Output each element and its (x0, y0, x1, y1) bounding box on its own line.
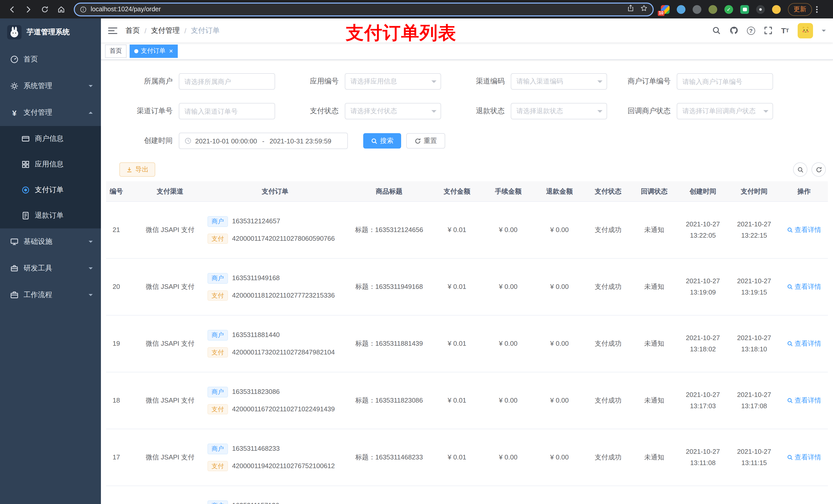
create-time-range-picker[interactable]: 2021-10-01 00:00:00 - 2021-10-31 23:59:5… (179, 133, 348, 149)
chevron-down-icon[interactable] (822, 29, 826, 33)
view-detail-link[interactable]: 查看详情 (787, 395, 821, 406)
active-dot-icon (134, 49, 138, 53)
grid-icon (22, 160, 30, 169)
site-info-icon[interactable] (80, 6, 87, 13)
refresh-table-button[interactable] (811, 162, 826, 177)
sidebar-item-payment[interactable]: ¥ 支付管理 (0, 99, 101, 126)
home-icon[interactable] (54, 3, 68, 16)
tag-pay-order[interactable]: 支付订单 × (129, 44, 177, 57)
extension-icon-3[interactable] (693, 5, 701, 14)
target-icon (22, 186, 30, 194)
help-icon[interactable]: ? (747, 26, 755, 34)
amount-cell: ¥ 0.01 (431, 373, 482, 429)
field-label: 所属商户 (116, 77, 179, 86)
card-icon (22, 135, 30, 143)
back-icon[interactable] (5, 3, 19, 16)
sidebar-item-home[interactable]: 首页 (0, 46, 101, 73)
merchant-order-no: 1635311468233 (232, 444, 280, 453)
refund-status-select[interactable]: 请选择退款状态 (511, 103, 607, 119)
merchant-order-no-input[interactable] (677, 73, 773, 90)
chevron-down-icon (431, 110, 436, 115)
chevron-down-icon (763, 110, 768, 115)
extension-icon-1[interactable]: 10 (661, 5, 670, 14)
merchant-badge: 商户 (208, 443, 228, 454)
app-select[interactable]: 请选择应用信息 (345, 73, 441, 90)
share-icon[interactable] (627, 5, 634, 14)
merchant-input[interactable] (179, 73, 275, 90)
date-start: 2021-10-01 00:00:00 (195, 137, 257, 145)
title-cell: 标题：1635311949168 (347, 259, 431, 315)
amount-cell: ¥ 0.01 (431, 315, 482, 373)
hamburger-icon[interactable] (108, 26, 117, 34)
view-detail-link[interactable]: 查看详情 (787, 338, 821, 349)
close-icon[interactable]: × (169, 48, 173, 54)
sidebar-item-infra[interactable]: 基础设施 (0, 229, 101, 255)
notify-status-select[interactable]: 请选择订单回调商户状态 (677, 103, 773, 119)
gear-icon (10, 82, 19, 90)
channel-pay-no: 4200001181202110277723215336 (232, 291, 335, 300)
address-bar[interactable]: localhost:1024/pay/order (74, 2, 654, 16)
magnifier-icon (787, 454, 793, 460)
logo[interactable]: 芋道管理系统 (0, 19, 101, 46)
reset-button[interactable]: 重置 (406, 133, 445, 148)
breadcrumb-payment[interactable]: 支付管理 (151, 26, 180, 35)
chrome-menu-icon[interactable] (816, 6, 818, 13)
download-icon (126, 166, 133, 173)
user-avatar[interactable] (798, 23, 813, 38)
bookmark-star-icon[interactable] (640, 5, 647, 14)
sidebar-item-workflow[interactable]: 工作流程 (0, 282, 101, 308)
filter-row-2: 渠道订单号 支付状态 请选择支付状态 退款状态 请选择退款状态 回调商户状态 请… (116, 103, 828, 119)
channel-code-select[interactable]: 请输入渠道编码 (511, 73, 607, 90)
merchant-badge: 商户 (208, 386, 228, 397)
sidebar-item-system[interactable]: 系统管理 (0, 73, 101, 99)
channel-order-no-input[interactable] (179, 103, 275, 119)
view-detail-link[interactable]: 查看详情 (787, 452, 821, 463)
title-cell: 标题：1635312124656 (347, 202, 431, 259)
tag-home[interactable]: 首页 (105, 44, 126, 57)
field-label: 支付状态 (282, 106, 345, 116)
sidebar-item-merchant-info[interactable]: 商户信息 (0, 126, 101, 152)
magnifier-icon (787, 341, 793, 347)
status-cell: 支付成功 (585, 373, 631, 429)
toggle-search-button[interactable] (793, 162, 807, 177)
sidebar-item-pay-order[interactable]: 支付订单 (0, 177, 101, 203)
actions-cell: 查看详情 (780, 202, 828, 259)
table-toolbar: 导出 (106, 162, 828, 177)
merchant-order-no: 1635311823086 (232, 387, 280, 397)
extension-icon-4[interactable] (709, 5, 717, 14)
github-icon[interactable] (729, 26, 738, 35)
breadcrumb-home[interactable]: 首页 (125, 26, 140, 35)
pay-time-cell: 2021-10-27 13:17:08 (729, 373, 780, 429)
pay-status-select[interactable]: 请选择支付状态 (345, 103, 441, 119)
channel-cell: 微信 JSAPI 支付 (137, 429, 204, 486)
date-end: 2021-10-31 23:59:59 (269, 137, 331, 145)
search-icon[interactable] (712, 26, 720, 35)
channel-pay-no: 4200001194202110276752100612 (232, 461, 335, 471)
view-detail-link[interactable]: 查看详情 (787, 224, 821, 236)
reload-icon[interactable] (38, 3, 51, 16)
create-time-cell: 2021-10-27 13:11:08 (677, 429, 729, 486)
sidebar-item-refund-order[interactable]: 退款订单 (0, 203, 101, 229)
extension-icon-7[interactable] (756, 5, 765, 14)
url-text[interactable]: localhost:1024/pay/order (91, 6, 627, 13)
forward-icon[interactable] (22, 3, 35, 16)
extension-icon-5[interactable]: ✓ (724, 5, 733, 14)
fullscreen-icon[interactable] (764, 26, 772, 35)
breadcrumb-separator: / (185, 26, 187, 34)
view-detail-link[interactable]: 查看详情 (787, 281, 821, 292)
column-header-amount: 支付金额 (431, 181, 482, 202)
pay-time-cell: 2021-10-27 13:18:10 (729, 315, 780, 373)
extension-icon-2[interactable] (677, 5, 686, 14)
extension-icon-8[interactable] (772, 5, 781, 14)
chrome-update-button[interactable]: 更新 (788, 3, 812, 16)
column-header-fee: 手续金额 (482, 181, 534, 202)
export-button[interactable]: 导出 (119, 162, 155, 177)
field-label: 渠道编码 (448, 77, 511, 86)
extension-icon-6[interactable] (740, 5, 749, 14)
font-size-icon[interactable]: TT (781, 26, 789, 35)
search-button[interactable]: 搜索 (363, 133, 401, 148)
column-header-title: 商品标题 (347, 181, 431, 202)
sidebar-item-app-info[interactable]: 应用信息 (0, 152, 101, 177)
sidebar-item-devtools[interactable]: 研发工具 (0, 255, 101, 282)
fee-cell: ¥ 0.00 (482, 315, 534, 373)
